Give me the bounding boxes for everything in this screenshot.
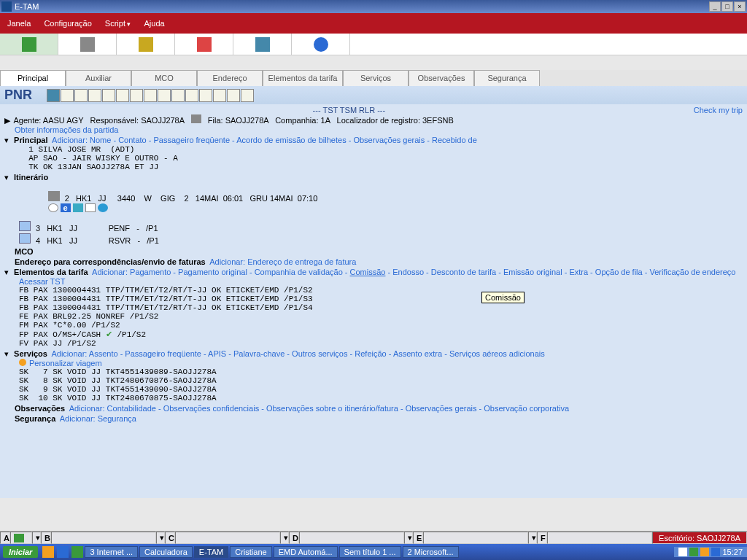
link-extra[interactable]: Extra	[569, 268, 588, 276]
link-personalizar[interactable]: Personalizar viagem	[29, 359, 102, 368]
task-item[interactable]: Cristiane	[230, 546, 271, 558]
status-field-d[interactable]	[299, 532, 404, 544]
toolbar-btn-1[interactable]	[0, 34, 58, 55]
mini-icon-10[interactable]	[171, 89, 185, 102]
printer-icon[interactable]	[191, 114, 201, 123]
mini-icon-6[interactable]	[116, 89, 129, 102]
task-item[interactable]: Sem título 1 ...	[339, 546, 401, 558]
status-field-c[interactable]	[175, 532, 280, 544]
tab-mco[interactable]: MCO	[131, 70, 197, 86]
mini-icon-7[interactable]	[130, 89, 143, 102]
toolbar-btn-4[interactable]	[175, 34, 233, 55]
link-palavra[interactable]: Palavra-chave	[233, 349, 285, 358]
tab-observacoes[interactable]: Observações	[409, 70, 474, 86]
clock-icon[interactable]	[48, 203, 58, 212]
task-item[interactable]: 3 Internet ...	[85, 546, 138, 558]
mini-icon-8[interactable]	[144, 89, 157, 102]
link-obs-gerais2[interactable]: Observações gerais	[406, 404, 477, 413]
menu-configuracao[interactable]: Configuração	[44, 19, 91, 28]
tray-icon[interactable]	[700, 548, 709, 556]
mini-icon-13[interactable]	[213, 89, 226, 102]
maximize-button[interactable]: □	[721, 1, 733, 12]
status-drop-b[interactable]: ▾	[156, 532, 165, 544]
collapse-caret[interactable]: ▾	[4, 173, 12, 182]
quicklaunch-icon[interactable]	[42, 546, 54, 558]
link-cia-valid[interactable]: Companhia de validação	[255, 268, 343, 276]
quicklaunch-icon[interactable]	[71, 546, 83, 558]
link-contabilidade[interactable]: Contabilidade	[107, 404, 156, 413]
tab-endereco[interactable]: Endereço	[197, 70, 263, 86]
link-serv-aereos[interactable]: Serviços aéreos adicionais	[449, 349, 545, 358]
link-outros[interactable]: Outros serviços	[292, 349, 347, 358]
toolbar-btn-3[interactable]	[117, 34, 175, 55]
mini-icon-14[interactable]	[227, 89, 240, 102]
toolbar-btn-5[interactable]	[233, 34, 292, 55]
quicklaunch-icon[interactable]	[57, 546, 69, 558]
link-nome[interactable]: Nome	[90, 136, 111, 144]
tab-elementos[interactable]: Elementos da tarifa	[263, 70, 343, 86]
seat-icon[interactable]	[73, 203, 83, 212]
task-item-active[interactable]: E-TAM	[194, 546, 228, 558]
task-item[interactable]: 2 Microsoft...	[403, 546, 459, 558]
tab-auxiliar[interactable]: Auxiliar	[66, 70, 131, 86]
link-pagamento[interactable]: Pagamento	[130, 268, 171, 276]
link-pax-freq2[interactable]: Passageiro freqüente	[125, 349, 201, 358]
status-drop-a[interactable]: ▾	[32, 532, 41, 544]
link-acordo[interactable]: Acordo de emissão de bilhetes	[236, 136, 346, 144]
link-refeicao[interactable]: Refeição	[355, 349, 386, 358]
mini-icon-5[interactable]	[102, 89, 115, 102]
tab-principal[interactable]: Principal	[0, 70, 66, 86]
link-recebido[interactable]: Recebido de	[432, 136, 477, 144]
task-item[interactable]: EMD Automá...	[274, 546, 338, 558]
status-drop-d[interactable]: ▾	[404, 532, 413, 544]
link-desconto[interactable]: Desconto de tarifa	[431, 268, 496, 276]
link-obs-conf[interactable]: Observações confidenciais	[163, 404, 259, 413]
link-seguranca[interactable]: Segurança	[98, 414, 136, 423]
eticket-icon[interactable]: e	[61, 203, 71, 212]
link-obs-itin[interactable]: Observações sobre o itinerário/fatura	[266, 404, 398, 413]
collapse-caret[interactable]: ▾	[4, 268, 12, 277]
mini-save-icon[interactable]	[47, 89, 60, 102]
status-field-b[interactable]	[51, 532, 156, 544]
link-endosso[interactable]: Endosso	[392, 268, 424, 276]
obter-info-link[interactable]: Obter informações da partida	[15, 125, 118, 134]
status-drop-e[interactable]: ▾	[528, 532, 537, 544]
status-drop-c[interactable]: ▾	[280, 532, 289, 544]
mini-icon-4[interactable]	[88, 89, 101, 102]
menu-ajuda[interactable]: Ajuda	[144, 19, 165, 28]
menu-script[interactable]: Script	[105, 19, 131, 28]
toolbar-btn-2[interactable]	[58, 34, 117, 55]
link-endereco-fatura[interactable]: Endereço de entrega de fatura	[247, 257, 356, 266]
card-icon[interactable]	[85, 203, 96, 212]
menu-janela[interactable]: Janela	[7, 19, 31, 28]
minimize-button[interactable]: _	[709, 1, 721, 12]
toolbar-btn-6[interactable]	[292, 34, 350, 55]
collapse-caret[interactable]: ▾	[4, 349, 12, 359]
mini-icon-2[interactable]	[61, 89, 74, 102]
link-comissao[interactable]: Comissão	[350, 268, 386, 276]
mini-icon-9[interactable]	[158, 89, 171, 102]
link-verif-endereco[interactable]: Verificação de endereço	[649, 268, 735, 276]
link-pax-freq[interactable]: Passageiro freqüente	[153, 136, 230, 144]
close-button[interactable]: ×	[734, 1, 746, 12]
expand-caret[interactable]: ▶	[4, 116, 12, 125]
tray-icon[interactable]	[689, 548, 698, 556]
info-icon[interactable]	[98, 203, 108, 212]
link-assento-extra[interactable]: Assento extra	[393, 349, 442, 358]
link-emissao-orig[interactable]: Emissão original	[503, 268, 562, 276]
link-opcao-fila[interactable]: Opção de fila	[595, 268, 643, 276]
link-contato[interactable]: Contato	[118, 136, 147, 144]
link-assento[interactable]: Assento	[89, 349, 118, 358]
collapse-caret[interactable]: ▾	[4, 136, 12, 145]
tab-seguranca[interactable]: Segurança	[474, 70, 540, 86]
link-apis[interactable]: APIS	[208, 349, 226, 358]
mini-icon-15[interactable]	[241, 89, 254, 102]
task-item[interactable]: Calculadora	[139, 546, 193, 558]
link-obs-corp[interactable]: Observação corporativa	[484, 404, 569, 413]
start-button[interactable]: Iniciar	[3, 546, 38, 558]
tray-icon[interactable]	[678, 548, 687, 556]
mini-icon-11[interactable]	[185, 89, 198, 102]
check-my-trip-link[interactable]: Check my trip	[694, 106, 743, 114]
tray-icon[interactable]	[711, 548, 720, 556]
tab-servicos[interactable]: Serviços	[343, 70, 409, 86]
